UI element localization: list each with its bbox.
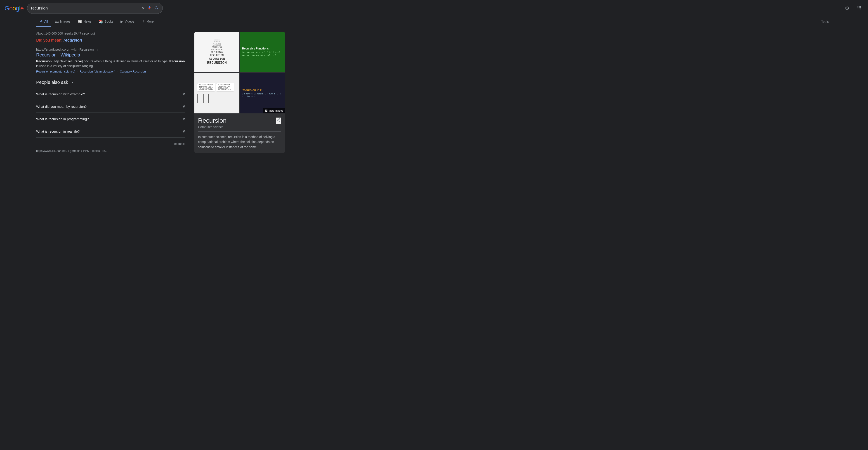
kp-divider [198,131,281,132]
tools-button[interactable]: Tools [818,17,832,26]
search-bar: ✕ [27,3,163,14]
result-url-row: https://en.wikipedia.org › wiki › Recurs… [36,47,185,52]
more-images-label: More images [269,109,283,112]
search-result-0: https://en.wikipedia.org › wiki › Recurs… [36,47,185,73]
result-snippet: Recursion (adjective: recursive) occurs … [36,59,185,68]
more-images-overlay[interactable]: 🖼 More images [264,108,285,114]
paa-question-0: What is recursion with example? [36,92,85,96]
apps-button[interactable] [855,3,864,13]
did-you-mean-query[interactable]: recursion [64,38,82,42]
kp-body: Recursion Computer science In computer s… [194,114,285,153]
knowledge-panel-card: RECURSION RECURSION RECURSION RECURSION … [194,32,285,153]
result-link-0[interactable]: Recursion (computer science) [36,70,75,73]
paa-item-1[interactable]: What did you mean by recursion? ∨ [36,100,185,112]
nav-tabs: All 🖼 Images 📰 News 📚 Books ▶ Videos ⋮ M… [0,17,868,27]
kp-title: Recursion [198,117,226,124]
result-link-2[interactable]: Category:Recursion [120,70,146,73]
kp-image-1[interactable]: Recursive Functions int recursion ( x ) … [240,32,285,72]
paa-question-3: What is recursion in real life? [36,129,80,133]
videos-tab-icon: ▶ [121,20,123,24]
paa-question-1: What did you mean by recursion? [36,105,87,108]
google-logo: Google [4,5,24,12]
search-input[interactable] [31,6,139,11]
kp-img4-code: 1 ) return 1; return 1 + fun( n-1 ); )..… [242,93,283,98]
search-bar-wrapper: ✕ [27,3,163,14]
main-content: About 140.000.000 results (0,47 seconds)… [0,27,868,158]
did-you-mean: Did you mean: recursion [36,38,185,43]
result-link-1[interactable]: Recursion (disambiguation) [80,70,115,73]
tab-images-label: Images [60,20,70,23]
tab-images[interactable]: 🖼 Images [52,17,74,27]
chevron-down-icon-3: ∨ [182,129,185,134]
kp-image-3[interactable]: Recursion in C 1 ) return 1; return 1 + … [240,73,285,114]
tab-more-label: More [147,20,154,23]
paa-item-2[interactable]: What is recursion in programming? ∨ [36,112,185,125]
kp-image-2[interactable]: YOU SEE, THERE'S A RELEVANT XKCD FOR ABS… [194,73,239,114]
kp-img2-code: int recursion ( x ) { if ( x==0 ) return… [242,51,283,57]
paa-more-button[interactable]: ⋮ [70,79,75,85]
tab-books-label: Books [105,20,114,23]
recursion-pyramid: RECURSION RECURSION RECURSION RECURSION … [207,39,227,65]
results-count: About 140.000.000 results (0,47 seconds) [36,32,185,35]
paa-item-0[interactable]: What is recursion with example? ∨ [36,88,185,100]
people-also-ask-section: People also ask ⋮ What is recursion with… [36,79,185,137]
paa-header: People also ask ⋮ [36,79,185,85]
result-links: Recursion (computer science) · Recursion… [36,70,185,73]
search-tab-icon [39,19,43,24]
tab-videos-label: Videos [125,20,134,23]
comic-bubble-1: YOU SEE, THERE'S A RELEVANT XKCD FOR ABS… [197,83,215,92]
paa-question-2: What is recursion in programming? [36,117,89,121]
tab-more[interactable]: ⋮ More [138,17,157,27]
paa-item-3[interactable]: What is recursion in real life? ∨ [36,125,185,137]
paa-title: People also ask [36,80,68,85]
kp-share-button[interactable] [276,118,281,124]
results-column: About 140.000.000 results (0,47 seconds)… [36,32,185,153]
kp-images-grid: RECURSION RECURSION RECURSION RECURSION … [194,32,285,114]
kp-subtitle: Computer science [198,125,281,129]
next-result-url: https://www.cs.utah.edu › germain › PPS … [36,149,185,153]
tab-all-label: All [44,20,48,23]
did-you-mean-label: Did you mean: [36,38,62,42]
clear-icon[interactable]: ✕ [142,6,145,11]
chevron-down-icon-2: ∨ [182,116,185,121]
knowledge-panel: RECURSION RECURSION RECURSION RECURSION … [194,32,285,153]
kp-img4-title: Recursion in C [242,88,262,92]
news-tab-icon: 📰 [78,20,82,24]
tab-videos[interactable]: ▶ Videos [117,17,137,27]
result-more-button[interactable]: ⋮ [95,47,99,52]
image-icon: 🖼 [265,109,268,112]
result-title[interactable]: Recursion - Wikipedia [36,53,185,58]
kp-image-0[interactable]: RECURSION RECURSION RECURSION RECURSION … [194,32,239,72]
tab-news-label: News [84,20,91,23]
tab-books[interactable]: 📚 Books [96,17,117,27]
feedback-button[interactable]: Feedback [173,142,185,146]
comic-bubble-2: OH YEAH? I BET THERE ISN'T AN XXCD ABOUT… [216,83,234,92]
tab-all[interactable]: All [36,17,51,27]
header-right: ⚙ [843,3,864,13]
settings-button[interactable]: ⚙ [843,4,851,13]
mic-icon[interactable] [147,5,152,11]
more-tab-icon: ⋮ [142,20,145,24]
search-submit-icon[interactable] [154,5,159,11]
result-url: https://en.wikipedia.org › wiki › Recurs… [36,48,94,51]
chevron-down-icon-1: ∨ [182,104,185,109]
kp-img2-title: Recursive Functions [242,47,269,50]
kp-title-row: Recursion [198,117,281,124]
books-tab-icon: 📚 [99,20,103,24]
header: Google ✕ ⚙ [0,0,868,17]
feedback-row: Feedback [36,142,185,146]
kp-description: In computer science, recursion is a meth… [198,134,281,150]
chevron-down-icon-0: ∨ [182,92,185,96]
images-tab-icon: 🖼 [55,20,59,24]
tab-news[interactable]: 📰 News [74,17,94,27]
